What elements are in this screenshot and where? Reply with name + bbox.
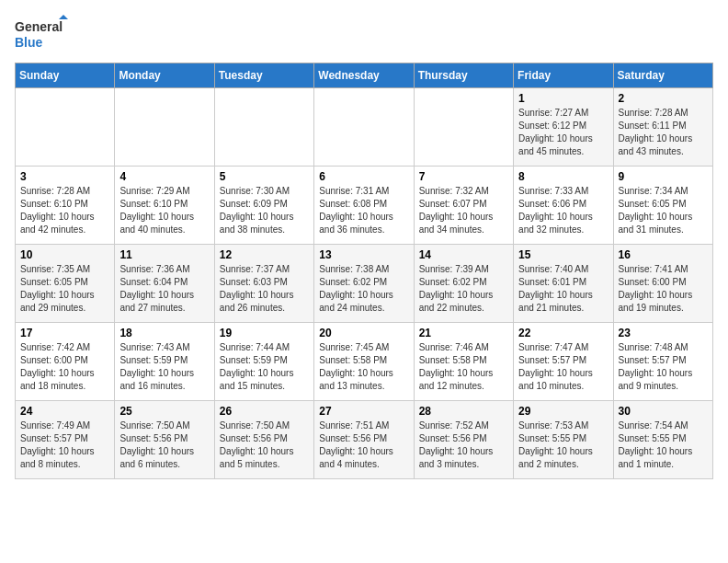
calendar-cell: 19Sunrise: 7:44 AM Sunset: 5:59 PM Dayli… xyxy=(214,323,313,401)
calendar-week-5: 24Sunrise: 7:49 AM Sunset: 5:57 PM Dayli… xyxy=(16,401,713,479)
day-info: Sunrise: 7:33 AM Sunset: 6:06 PM Dayligh… xyxy=(518,185,608,236)
day-number: 9 xyxy=(619,170,708,183)
day-number: 23 xyxy=(619,327,708,339)
day-info: Sunrise: 7:37 AM Sunset: 6:03 PM Dayligh… xyxy=(220,263,309,315)
calendar-table: SundayMondayTuesdayWednesdayThursdayFrid… xyxy=(15,63,713,479)
day-number: 28 xyxy=(419,405,508,418)
day-info: Sunrise: 7:34 AM Sunset: 6:05 PM Dayligh… xyxy=(619,185,708,236)
calendar-cell xyxy=(314,88,414,167)
weekday-header-wednesday: Wednesday xyxy=(314,63,414,88)
svg-text:General: General xyxy=(15,19,63,34)
calendar-cell: 2Sunrise: 7:28 AM Sunset: 6:11 PM Daylig… xyxy=(613,88,712,167)
day-info: Sunrise: 7:41 AM Sunset: 6:00 PM Dayligh… xyxy=(619,263,708,315)
day-number: 27 xyxy=(319,405,408,418)
weekday-header-friday: Friday xyxy=(514,63,613,88)
calendar-cell: 11Sunrise: 7:36 AM Sunset: 6:04 PM Dayli… xyxy=(115,245,214,323)
day-number: 5 xyxy=(220,170,309,183)
day-number: 15 xyxy=(518,248,608,261)
day-number: 11 xyxy=(119,248,209,261)
day-info: Sunrise: 7:31 AM Sunset: 6:08 PM Dayligh… xyxy=(319,185,408,236)
day-info: Sunrise: 7:50 AM Sunset: 5:56 PM Dayligh… xyxy=(220,419,309,471)
calendar-cell: 7Sunrise: 7:32 AM Sunset: 6:07 PM Daylig… xyxy=(414,167,513,245)
calendar-cell: 17Sunrise: 7:42 AM Sunset: 6:00 PM Dayli… xyxy=(16,323,115,401)
day-number: 2 xyxy=(619,92,708,105)
day-number: 26 xyxy=(220,405,309,418)
weekday-header-tuesday: Tuesday xyxy=(214,63,313,88)
calendar-week-4: 17Sunrise: 7:42 AM Sunset: 6:00 PM Dayli… xyxy=(16,323,713,401)
calendar-cell: 1Sunrise: 7:27 AM Sunset: 6:12 PM Daylig… xyxy=(514,88,613,167)
day-info: Sunrise: 7:35 AM Sunset: 6:05 PM Dayligh… xyxy=(20,263,109,315)
weekday-header-sunday: Sunday xyxy=(16,63,115,88)
day-number: 1 xyxy=(518,92,608,105)
day-number: 16 xyxy=(619,248,708,261)
day-number: 18 xyxy=(119,327,209,339)
calendar-cell: 20Sunrise: 7:45 AM Sunset: 5:58 PM Dayli… xyxy=(314,323,414,401)
calendar-cell: 9Sunrise: 7:34 AM Sunset: 6:05 PM Daylig… xyxy=(613,167,712,245)
calendar-cell: 12Sunrise: 7:37 AM Sunset: 6:03 PM Dayli… xyxy=(214,245,313,323)
calendar-cell: 30Sunrise: 7:54 AM Sunset: 5:55 PM Dayli… xyxy=(613,401,712,479)
calendar-cell: 10Sunrise: 7:35 AM Sunset: 6:05 PM Dayli… xyxy=(16,245,115,323)
calendar-cell: 27Sunrise: 7:51 AM Sunset: 5:56 PM Dayli… xyxy=(314,401,414,479)
calendar-cell: 8Sunrise: 7:33 AM Sunset: 6:06 PM Daylig… xyxy=(514,167,613,245)
day-info: Sunrise: 7:32 AM Sunset: 6:07 PM Dayligh… xyxy=(419,185,508,236)
calendar-cell: 15Sunrise: 7:40 AM Sunset: 6:01 PM Dayli… xyxy=(514,245,613,323)
day-number: 4 xyxy=(119,170,209,183)
day-info: Sunrise: 7:45 AM Sunset: 5:58 PM Dayligh… xyxy=(319,341,408,393)
calendar-cell: 22Sunrise: 7:47 AM Sunset: 5:57 PM Dayli… xyxy=(514,323,613,401)
weekday-header-thursday: Thursday xyxy=(414,63,513,88)
day-info: Sunrise: 7:42 AM Sunset: 6:00 PM Dayligh… xyxy=(20,341,109,393)
day-info: Sunrise: 7:30 AM Sunset: 6:09 PM Dayligh… xyxy=(220,185,309,236)
calendar-cell: 16Sunrise: 7:41 AM Sunset: 6:00 PM Dayli… xyxy=(613,245,712,323)
calendar-cell: 5Sunrise: 7:30 AM Sunset: 6:09 PM Daylig… xyxy=(214,167,313,245)
calendar-cell: 13Sunrise: 7:38 AM Sunset: 6:02 PM Dayli… xyxy=(314,245,414,323)
day-info: Sunrise: 7:53 AM Sunset: 5:55 PM Dayligh… xyxy=(518,419,608,471)
calendar-cell: 21Sunrise: 7:46 AM Sunset: 5:58 PM Dayli… xyxy=(414,323,513,401)
day-number: 14 xyxy=(419,248,508,261)
day-number: 29 xyxy=(518,405,608,418)
day-info: Sunrise: 7:44 AM Sunset: 5:59 PM Dayligh… xyxy=(220,341,309,393)
day-number: 21 xyxy=(419,327,508,339)
day-info: Sunrise: 7:51 AM Sunset: 5:56 PM Dayligh… xyxy=(319,419,408,471)
day-info: Sunrise: 7:49 AM Sunset: 5:57 PM Dayligh… xyxy=(20,419,109,471)
calendar-cell: 28Sunrise: 7:52 AM Sunset: 5:56 PM Dayli… xyxy=(414,401,513,479)
calendar-week-1: 1Sunrise: 7:27 AM Sunset: 6:12 PM Daylig… xyxy=(16,88,713,167)
day-number: 25 xyxy=(119,405,209,418)
calendar-cell: 4Sunrise: 7:29 AM Sunset: 6:10 PM Daylig… xyxy=(115,167,214,245)
day-number: 10 xyxy=(20,248,109,261)
svg-marker-2 xyxy=(59,15,68,19)
day-number: 13 xyxy=(319,248,408,261)
day-number: 7 xyxy=(419,170,508,183)
calendar-cell xyxy=(115,88,214,167)
calendar-cell: 6Sunrise: 7:31 AM Sunset: 6:08 PM Daylig… xyxy=(314,167,414,245)
day-number: 30 xyxy=(619,405,708,418)
calendar-cell: 25Sunrise: 7:50 AM Sunset: 5:56 PM Dayli… xyxy=(115,401,214,479)
calendar-week-2: 3Sunrise: 7:28 AM Sunset: 6:10 PM Daylig… xyxy=(16,167,713,245)
day-info: Sunrise: 7:50 AM Sunset: 5:56 PM Dayligh… xyxy=(119,419,209,471)
weekday-header-saturday: Saturday xyxy=(613,63,712,88)
day-info: Sunrise: 7:29 AM Sunset: 6:10 PM Dayligh… xyxy=(119,185,209,236)
page-header: General Blue xyxy=(15,15,713,52)
day-info: Sunrise: 7:39 AM Sunset: 6:02 PM Dayligh… xyxy=(419,263,508,315)
calendar-cell: 3Sunrise: 7:28 AM Sunset: 6:10 PM Daylig… xyxy=(16,167,115,245)
day-info: Sunrise: 7:28 AM Sunset: 6:10 PM Dayligh… xyxy=(20,185,109,236)
day-info: Sunrise: 7:48 AM Sunset: 5:57 PM Dayligh… xyxy=(619,341,708,393)
day-info: Sunrise: 7:43 AM Sunset: 5:59 PM Dayligh… xyxy=(119,341,209,393)
day-info: Sunrise: 7:54 AM Sunset: 5:55 PM Dayligh… xyxy=(619,419,708,471)
calendar-cell xyxy=(414,88,513,167)
day-number: 20 xyxy=(319,327,408,339)
svg-text:Blue: Blue xyxy=(15,35,43,50)
calendar-cell: 23Sunrise: 7:48 AM Sunset: 5:57 PM Dayli… xyxy=(613,323,712,401)
day-info: Sunrise: 7:28 AM Sunset: 6:11 PM Dayligh… xyxy=(619,107,708,158)
day-number: 24 xyxy=(20,405,109,418)
calendar-cell xyxy=(214,88,313,167)
day-info: Sunrise: 7:52 AM Sunset: 5:56 PM Dayligh… xyxy=(419,419,508,471)
calendar-cell: 18Sunrise: 7:43 AM Sunset: 5:59 PM Dayli… xyxy=(115,323,214,401)
calendar-cell: 14Sunrise: 7:39 AM Sunset: 6:02 PM Dayli… xyxy=(414,245,513,323)
calendar-cell xyxy=(16,88,115,167)
calendar-cell: 29Sunrise: 7:53 AM Sunset: 5:55 PM Dayli… xyxy=(514,401,613,479)
day-number: 3 xyxy=(20,170,109,183)
day-number: 6 xyxy=(319,170,408,183)
day-number: 8 xyxy=(518,170,608,183)
day-info: Sunrise: 7:38 AM Sunset: 6:02 PM Dayligh… xyxy=(319,263,408,315)
weekday-header-monday: Monday xyxy=(115,63,214,88)
